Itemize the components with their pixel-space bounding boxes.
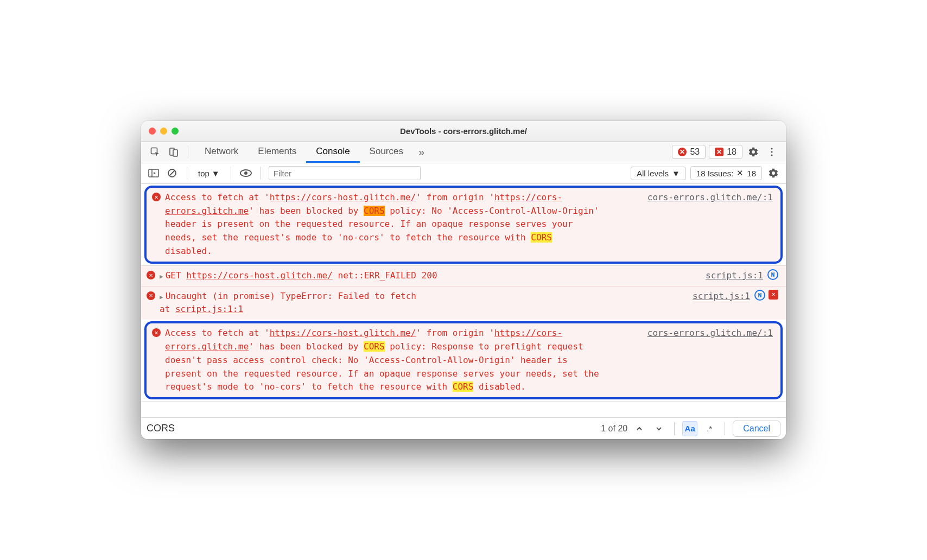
separator (188, 145, 188, 158)
separator (725, 422, 725, 435)
find-input[interactable] (147, 423, 596, 434)
devtools-window: DevTools - cors-errors.glitch.me/ Networ… (141, 121, 786, 439)
find-prev-button[interactable] (632, 421, 647, 436)
message-source-link[interactable]: script.js:1 (695, 269, 763, 283)
separator (187, 167, 187, 180)
tab-console[interactable]: Console (306, 142, 359, 163)
separator (231, 167, 231, 180)
find-next-button[interactable] (651, 421, 666, 436)
message-source-link[interactable]: cors-errors.glitch.me/:1 (637, 191, 773, 258)
find-cancel-button[interactable]: Cancel (733, 421, 780, 437)
console-message[interactable]: ✕GET https://cors-host.glitch.me/ net::E… (141, 265, 786, 286)
more-tabs-button[interactable]: » (413, 142, 430, 163)
console-settings-icon[interactable] (766, 166, 780, 180)
message-text: Access to fetch at 'https://cors-host.gl… (165, 327, 599, 394)
tab-network[interactable]: Network (195, 142, 248, 163)
errors-count: 53 (690, 147, 700, 157)
error-icon: ✕ (152, 193, 161, 201)
toggle-sidebar-icon[interactable] (147, 166, 161, 180)
clear-console-icon[interactable] (165, 166, 179, 180)
window-title: DevTools - cors-errors.glitch.me/ (141, 126, 786, 136)
console-message[interactable]: ✕Access to fetch at 'https://cors-host.g… (147, 323, 780, 397)
chevron-down-icon: ▼ (672, 169, 680, 178)
console-issues-button[interactable]: 18 Issues: ✕ 18 (690, 166, 762, 180)
message-source-icons: ✕ (754, 290, 778, 317)
issue-icon: ✕ (736, 168, 744, 178)
tab-sources[interactable]: Sources (360, 142, 413, 163)
issues-badge[interactable]: ✕ 18 (709, 145, 742, 159)
highlighted-message: ✕Access to fetch at 'https://cors-host.g… (144, 321, 783, 399)
svg-point-3 (771, 148, 772, 150)
message-text: Access to fetch at 'https://cors-host.gl… (165, 191, 599, 258)
window-controls (149, 128, 179, 135)
separator (674, 422, 675, 435)
message-text: Uncaught (in promise) TypeError: Failed … (160, 290, 594, 317)
find-bar: 1 of 20 Aa .* Cancel (141, 417, 786, 439)
message-source-link[interactable]: script.js:1 (682, 290, 750, 317)
panel-tabstrip: Network Elements Console Sources » ✕ 53 … (141, 142, 786, 163)
chevron-down-icon: ▼ (212, 169, 220, 178)
navigate-icon[interactable] (754, 290, 765, 301)
issue-badge-icon[interactable]: ✕ (769, 290, 778, 300)
message-source-link[interactable]: cors-errors.glitch.me/:1 (637, 327, 773, 394)
svg-rect-2 (173, 150, 177, 156)
highlighted-message: ✕Access to fetch at 'https://cors-host.g… (144, 186, 783, 264)
svg-point-5 (771, 155, 772, 156)
errors-badge[interactable]: ✕ 53 (672, 145, 706, 159)
panel-tabs: Network Elements Console Sources » (195, 142, 430, 163)
settings-icon[interactable] (746, 144, 761, 160)
message-text: GET https://cors-host.glitch.me/ net::ER… (160, 269, 594, 283)
error-icon: ✕ (147, 291, 155, 300)
issue-icon: ✕ (715, 148, 723, 156)
regex-toggle[interactable]: .* (702, 421, 717, 436)
log-levels-selector[interactable]: All levels ▼ (631, 167, 686, 180)
issues-count: 18 (727, 147, 736, 157)
match-case-toggle[interactable]: Aa (682, 421, 697, 436)
navigate-icon[interactable] (767, 269, 778, 280)
kebab-menu-icon[interactable] (764, 144, 779, 160)
error-icon: ✕ (147, 271, 155, 279)
context-selector[interactable]: top ▼ (195, 168, 223, 179)
issues-count: 18 (747, 169, 756, 178)
device-toolbar-icon[interactable] (166, 144, 181, 160)
titlebar: DevTools - cors-errors.glitch.me/ (141, 121, 786, 142)
console-message[interactable]: ✕Access to fetch at 'https://cors-host.g… (147, 188, 780, 262)
svg-point-11 (244, 171, 247, 175)
context-label: top (198, 169, 209, 178)
live-expression-icon[interactable] (239, 166, 253, 180)
levels-label: All levels (637, 169, 669, 178)
error-icon: ✕ (678, 148, 687, 156)
console-message[interactable]: ✕Uncaught (in promise) TypeError: Failed… (141, 286, 786, 320)
console-toolbar: top ▼ All levels ▼ 18 Issues: ✕ 18 (141, 163, 786, 184)
error-icon: ✕ (152, 328, 161, 337)
find-count: 1 of 20 (601, 424, 627, 434)
separator (261, 167, 261, 180)
message-source-icons (767, 269, 778, 283)
close-window-button[interactable] (149, 128, 156, 135)
issues-label: 18 Issues: (696, 169, 733, 178)
console-filter-input[interactable] (269, 166, 421, 180)
inspect-element-icon[interactable] (148, 144, 163, 160)
console-prompt-area[interactable] (141, 401, 786, 417)
svg-point-4 (771, 151, 772, 153)
minimize-window-button[interactable] (160, 128, 167, 135)
tab-elements[interactable]: Elements (248, 142, 306, 163)
maximize-window-button[interactable] (172, 128, 179, 135)
console-messages: ✕Access to fetch at 'https://cors-host.g… (141, 184, 786, 401)
svg-line-9 (170, 171, 175, 176)
